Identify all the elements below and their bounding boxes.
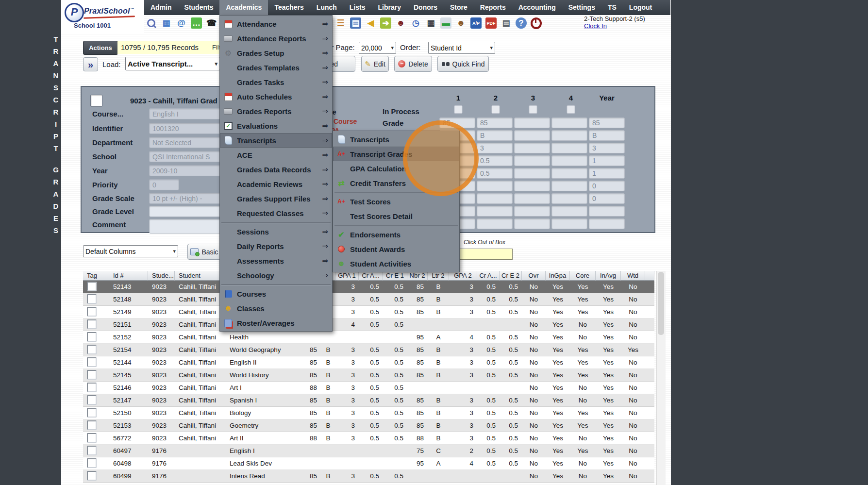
grade-cell[interactable] (551, 206, 587, 217)
clock-icon[interactable]: ◷ (410, 17, 421, 29)
grade-cell[interactable]: 3 (589, 143, 625, 153)
grade-cell[interactable]: 1 (589, 168, 625, 179)
grade-cell[interactable] (514, 206, 550, 217)
table-row[interactable]: 521499023Cahill, Tiffani30.50.585B30.50.… (83, 306, 654, 318)
grade-cell[interactable] (514, 155, 550, 166)
grade-cell[interactable] (477, 181, 513, 191)
menu-item-student-awards[interactable]: Student Awards (333, 242, 459, 256)
tag-checkbox[interactable] (87, 332, 97, 342)
tag-checkbox[interactable] (87, 357, 97, 367)
sign-arrow-icon[interactable]: ➔ (380, 17, 391, 29)
nav-item-store[interactable]: Store (444, 0, 474, 15)
lunch-icon[interactable]: ☰ (335, 17, 346, 29)
help-icon[interactable]: ? (516, 17, 527, 29)
table-row[interactable]: 521529023Cahill, TiffaniHealth95A40.50.5… (83, 331, 654, 344)
card-reader-icon[interactable]: ▬ (440, 17, 451, 29)
quick-entry-input[interactable] (453, 249, 513, 260)
table-row[interactable]: 521489023Cahill, Tiffani30.50.585B30.50.… (83, 293, 654, 306)
tag-checkbox[interactable] (87, 433, 97, 443)
in-process-checkbox-3[interactable] (529, 105, 537, 114)
tag-checkbox[interactable] (87, 319, 97, 329)
menu-item-evaluations[interactable]: ✓Evaluations⇒ (220, 118, 332, 133)
nav-item-lists[interactable]: Lists (343, 0, 372, 15)
menu-item-assessments[interactable]: Assessments⇒ (220, 253, 332, 268)
grade-cell[interactable]: 3 (477, 143, 513, 153)
menu-item-transcripts[interactable]: Transcripts (333, 132, 459, 147)
menu-item-attendance-reports[interactable]: Attendance Reports⇒ (220, 31, 332, 46)
grade-cell[interactable] (551, 218, 587, 229)
tag-checkbox[interactable] (87, 420, 97, 430)
phone-icon[interactable]: ☎ (206, 17, 217, 29)
grade-cell[interactable]: 0 (589, 193, 625, 204)
column-header-GPA 1[interactable]: GPA 1 (335, 271, 359, 281)
nav-item-students[interactable]: Students (178, 0, 220, 15)
grade-cell[interactable] (551, 168, 587, 179)
nav-item-settings[interactable]: Settings (562, 0, 601, 15)
grade-cell[interactable] (551, 143, 587, 153)
nav-item-ts[interactable]: TS (601, 0, 623, 15)
record-checkbox[interactable] (90, 95, 102, 107)
grade-cell[interactable] (551, 155, 587, 166)
grade-cell[interactable] (514, 130, 550, 141)
menu-item-test-scores[interactable]: A+Test Scores (333, 194, 459, 209)
column-header-Cr A...[interactable]: Cr A... (477, 271, 500, 281)
grade-cell[interactable]: 0.5 (477, 155, 513, 166)
nav-item-accounting[interactable]: Accounting (512, 0, 562, 15)
table-row[interactable]: 521519023Cahill, TiffaniPhysical Educati… (83, 318, 654, 331)
calendar-grid-icon[interactable]: ▦ (161, 17, 172, 29)
quick-find-button[interactable]: Quick Find (437, 56, 489, 72)
load-select[interactable]: Active Transcript... ▾ (125, 57, 220, 70)
grade-cell[interactable] (514, 117, 550, 128)
menu-item-student-activities[interactable]: ☻Student Activities (333, 256, 459, 271)
grade-cell[interactable]: 85 (439, 117, 475, 128)
in-process-checkbox-1[interactable] (454, 105, 463, 114)
grade-cell[interactable] (477, 206, 513, 217)
column-header-Tag[interactable]: Tag (83, 271, 109, 281)
nav-item-lunch[interactable]: Lunch (310, 0, 343, 15)
email-icon[interactable]: @ (176, 17, 187, 29)
column-header-Wtd[interactable]: Wtd (621, 271, 645, 281)
column-header-Id #[interactable]: Id # (109, 271, 148, 281)
tag-checkbox[interactable] (87, 408, 97, 418)
menu-item-attendance[interactable]: Attendance⇒ (220, 17, 332, 31)
search-icon[interactable] (146, 17, 157, 29)
table-row[interactable]: 521479023Cahill, TiffaniSpanish I85B30.5… (83, 394, 654, 407)
basic-button[interactable]: Basic (187, 244, 221, 260)
table-scrollbar[interactable] (656, 271, 666, 485)
grade-cell[interactable] (477, 218, 513, 229)
printer-icon[interactable]: ▤ (501, 17, 512, 29)
tag-checkbox[interactable] (87, 471, 97, 481)
column-header-InGpa[interactable]: InGpa (546, 271, 570, 281)
table-row[interactable]: 521439023Cahill, Tiffani30.50.585B30.50.… (83, 281, 654, 293)
menu-item-transcript-grades[interactable]: A+Transcript Grades (333, 147, 459, 161)
grade-cell[interactable] (514, 218, 550, 229)
grade-cell[interactable] (589, 206, 625, 217)
pdf-icon[interactable]: PDF (485, 17, 497, 29)
table-row[interactable]: 521459023Cahill, TiffaniWorld History85B… (83, 369, 654, 382)
menu-item-grades-setup[interactable]: ⚙Grades Setup⇒ (220, 46, 332, 60)
menu-item-roster-averages[interactable]: Roster/Averages (220, 316, 332, 330)
menu-item-test-scores-detail[interactable]: Test Scores Detail (333, 209, 459, 223)
grade-cell[interactable]: 85 (589, 117, 625, 128)
menu-item-sessions[interactable]: Sessions⇒ (220, 224, 332, 239)
menu-item-classes[interactable]: ☻Classes (220, 301, 332, 316)
nav-item-logout[interactable]: Logout (623, 0, 658, 15)
tag-checkbox[interactable] (87, 446, 97, 455)
nav-item-admin[interactable]: Admin (144, 0, 178, 15)
menu-item-grades-data-records[interactable]: Grades Data Records⇒ (220, 162, 332, 177)
grade-cell[interactable] (551, 181, 587, 191)
menu-item-grades-reports[interactable]: Grades Reports⇒ (220, 104, 332, 118)
grade-cell[interactable] (477, 193, 513, 204)
scrollbar-thumb[interactable] (658, 272, 664, 335)
grade-cell[interactable]: 1 (589, 155, 625, 166)
tag-checkbox[interactable] (87, 294, 97, 304)
order-select[interactable]: Student Id ▾ (428, 42, 495, 54)
tag-checkbox[interactable] (87, 370, 97, 380)
column-header-GPA 2[interactable]: GPA 2 (449, 271, 477, 281)
tag-checkbox[interactable] (87, 383, 97, 392)
grade-cell[interactable] (551, 117, 587, 128)
column-header-InAvg[interactable]: InAvg (596, 271, 621, 281)
menu-item-credit-transfers[interactable]: ⇄Credit Transfers (333, 176, 459, 190)
table-row[interactable]: 521509023Cahill, TiffaniBiology85B30.50.… (83, 407, 654, 419)
column-header-Core[interactable]: Core (570, 271, 596, 281)
